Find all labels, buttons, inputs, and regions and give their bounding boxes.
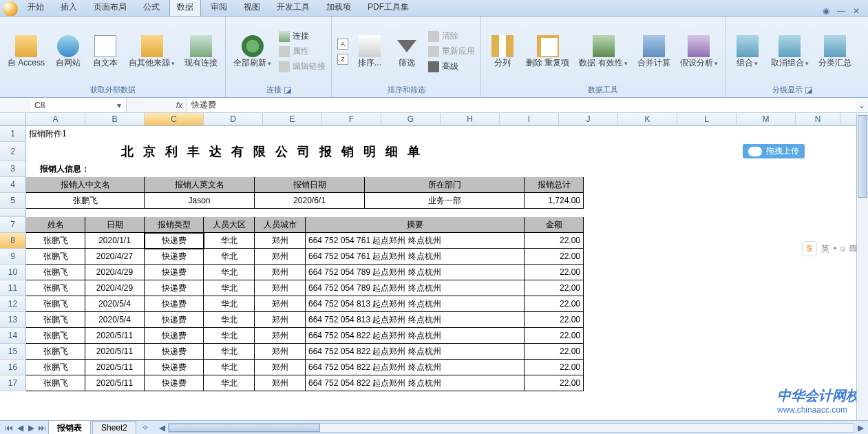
dialog-launcher-icon[interactable] — [805, 87, 812, 94]
cell[interactable]: 报销附件1 — [26, 126, 852, 142]
th-name[interactable]: 姓名 — [26, 217, 85, 233]
cell-type[interactable]: 快递费 — [145, 312, 204, 328]
tab-addins[interactable]: 加载项 — [319, 0, 358, 16]
upload-widget[interactable]: 拖拽上传 — [743, 144, 805, 158]
title-cell[interactable]: 北京利丰达有限公司报销明细单 — [26, 142, 525, 161]
cell-city[interactable]: 郑州 — [255, 265, 306, 280]
th-type[interactable]: 报销类型 — [145, 217, 204, 233]
cell-name[interactable]: 张鹏飞 — [26, 312, 85, 328]
cell-summary[interactable]: 664 752 054 761 起点郑州 终点杭州 — [306, 233, 525, 249]
select-all-corner[interactable] — [0, 113, 26, 125]
remove-duplicates-button[interactable]: 删除 重复项 — [522, 33, 573, 70]
fx-label[interactable]: fx — [127, 98, 187, 112]
col-header-H[interactable]: H — [441, 113, 500, 125]
formula-input[interactable]: 快递费 — [187, 98, 856, 112]
cell-city[interactable]: 郑州 — [255, 344, 306, 360]
cell-date[interactable]: 2020/5/11 — [85, 328, 145, 344]
col-header-A[interactable]: A — [26, 113, 85, 125]
info-hdr-dept[interactable]: 所在部门 — [365, 177, 525, 193]
th-summary[interactable]: 摘要 — [306, 217, 525, 233]
clear-filter-button[interactable]: 清除 — [427, 30, 476, 43]
existing-connections-button[interactable]: 现有连接 — [181, 33, 221, 70]
cell-city[interactable]: 郑州 — [255, 249, 306, 265]
cell-amount[interactable]: 22.00 — [525, 312, 584, 328]
cell-region[interactable]: 华北 — [204, 312, 255, 328]
cell-amount[interactable]: 22.00 — [525, 375, 584, 391]
cell-name[interactable]: 张鹏飞 — [26, 328, 85, 344]
col-header-L[interactable]: L — [677, 113, 737, 125]
cell-summary[interactable]: 664 752 054 822 起点郑州 终点杭州 — [306, 375, 525, 391]
col-header-J[interactable]: J — [559, 113, 618, 125]
cell-type[interactable]: 快递费 — [145, 375, 204, 391]
sheet-nav-last-icon[interactable]: ⏭ — [37, 423, 47, 433]
cell-city[interactable]: 郑州 — [255, 375, 306, 391]
cell-city[interactable]: 郑州 — [255, 233, 306, 249]
th-amount[interactable]: 金额 — [525, 217, 584, 233]
ungroup-button[interactable]: 取消组合 — [768, 33, 812, 70]
row-header[interactable]: 12 — [0, 296, 26, 312]
cell-date[interactable]: 2020/4/29 — [85, 265, 145, 280]
cell-city[interactable]: 郑州 — [255, 312, 306, 328]
cell-region[interactable]: 华北 — [204, 265, 255, 280]
cell-region[interactable]: 华北 — [204, 280, 255, 296]
subtotal-button[interactable]: 分类汇总 — [815, 33, 855, 70]
consolidate-button[interactable]: 合并计算 — [634, 33, 674, 70]
cell-region[interactable]: 华北 — [204, 296, 255, 312]
tab-home[interactable]: 开始 — [21, 0, 51, 16]
info-val-date[interactable]: 2020/6/1 — [255, 193, 365, 209]
whatif-button[interactable]: 假设分析 — [677, 33, 721, 70]
cell-summary[interactable]: 664 752 054 789 起点郑州 终点杭州 — [306, 280, 525, 296]
cell-name[interactable]: 张鹏飞 — [26, 280, 85, 296]
cell-date[interactable]: 2020/5/11 — [85, 344, 145, 360]
cell-date[interactable]: 2020/5/11 — [85, 360, 145, 375]
cell-date[interactable]: 2020/5/11 — [85, 375, 145, 391]
cell-amount[interactable]: 22.00 — [525, 233, 584, 249]
properties-button[interactable]: 属性 — [277, 45, 327, 59]
row-header[interactable]: 2 — [0, 142, 26, 161]
cell-date[interactable]: 2020/4/27 — [85, 249, 145, 265]
cell-amount[interactable]: 22.00 — [525, 249, 584, 265]
info-val-name-cn[interactable]: 张鹏飞 — [26, 193, 145, 209]
connections-button[interactable]: 连接 — [277, 30, 327, 43]
tab-dev[interactable]: 开发工具 — [270, 0, 317, 16]
sheet-nav-next-icon[interactable]: ▶ — [26, 423, 36, 433]
row-header[interactable]: 8 — [0, 233, 26, 249]
col-header-B[interactable]: B — [85, 113, 145, 125]
sort-desc-button[interactable]: Z — [336, 52, 350, 66]
cell-summary[interactable]: 664 752 054 813 起点郑州 终点杭州 — [306, 312, 525, 328]
cell-summary[interactable]: 664 752 054 822 起点郑州 终点杭州 — [306, 328, 525, 344]
cell-type[interactable]: 快递费 — [145, 344, 204, 360]
cell-city[interactable]: 郑州 — [255, 328, 306, 344]
info-val-name-en[interactable]: Jason — [145, 193, 255, 209]
cell-name[interactable]: 张鹏飞 — [26, 375, 85, 391]
cell-summary[interactable]: 664 752 054 822 起点郑州 终点杭州 — [306, 344, 525, 360]
sort-asc-button[interactable]: A — [336, 37, 350, 51]
row-header[interactable]: 5 — [0, 193, 26, 209]
group-rows-button[interactable]: 组合 — [730, 33, 765, 70]
advanced-filter-button[interactable]: 高级 — [427, 60, 476, 74]
info-hdr-name-cn[interactable]: 报销人中文名 — [26, 177, 145, 193]
row-header[interactable]: 14 — [0, 328, 26, 344]
cell-region[interactable]: 华北 — [204, 344, 255, 360]
cell-type[interactable]: 快递费 — [145, 296, 204, 312]
cell-amount[interactable]: 22.00 — [525, 344, 584, 360]
cell-region[interactable]: 华北 — [204, 375, 255, 391]
col-header-M[interactable]: M — [737, 113, 796, 125]
sheet-tab-sheet2[interactable]: Sheet2 — [92, 421, 136, 434]
row-header[interactable]: 1 — [0, 126, 26, 142]
dialog-launcher-icon[interactable] — [284, 87, 291, 94]
cell-name[interactable]: 张鹏飞 — [26, 344, 85, 360]
row-header[interactable]: 15 — [0, 344, 26, 360]
data-validation-button[interactable]: 数据 有效性 — [575, 33, 631, 70]
cell-amount[interactable]: 22.00 — [525, 360, 584, 375]
col-header-N[interactable]: N — [796, 113, 840, 125]
sort-button[interactable]: 排序... — [352, 33, 387, 70]
chevron-down-icon[interactable]: ▾ — [114, 99, 125, 111]
scrollbar-thumb[interactable] — [858, 115, 867, 198]
cell-amount[interactable]: 22.00 — [525, 296, 584, 312]
row-header[interactable]: 9 — [0, 249, 26, 265]
cell-type[interactable]: 快递费 — [145, 360, 204, 375]
cell-region[interactable]: 华北 — [204, 249, 255, 265]
row-header[interactable] — [0, 209, 26, 217]
scroll-left-icon[interactable]: ◀ — [157, 423, 167, 433]
